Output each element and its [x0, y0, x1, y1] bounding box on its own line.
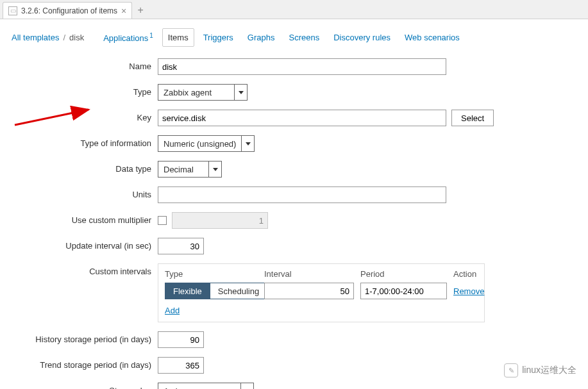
units-input[interactable]	[158, 186, 446, 203]
item-form: Name Type Zabbix agent Key Select Type o…	[23, 58, 461, 389]
tab-graphs[interactable]: Graphs	[242, 29, 280, 46]
toggle-scheduling[interactable]: Scheduling	[210, 283, 267, 299]
chevron-down-icon	[241, 136, 254, 151]
custom-intervals-box: Type Interval Period Action Flexible Sch…	[158, 263, 485, 322]
breadcrumb-all-templates[interactable]: All templates	[12, 33, 59, 42]
data-type-label: Data type	[23, 161, 151, 174]
tab-triggers[interactable]: Triggers	[198, 29, 239, 46]
trend-input[interactable]	[158, 357, 204, 374]
period-input[interactable]	[360, 283, 447, 299]
multiplier-input	[172, 212, 268, 229]
custom-intervals-label: Custom intervals	[23, 263, 151, 276]
nav-tabs-row: All templates / disk Applications1 Items…	[12, 28, 576, 47]
store-value-label: Store value	[23, 383, 151, 389]
wechat-icon: ✎	[504, 363, 518, 377]
store-value-select[interactable]: As is	[158, 383, 254, 389]
col-period: Period	[360, 269, 453, 279]
select-button[interactable]: Select	[451, 110, 494, 126]
trend-label: Trend storage period (in days)	[23, 357, 151, 370]
history-label: History storage period (in days)	[23, 331, 151, 344]
type-label: Type	[23, 84, 151, 97]
update-interval-input[interactable]	[158, 238, 204, 254]
data-type-select[interactable]: Decimal	[158, 161, 222, 178]
tab-title: 3.2.6: Configuration of items	[21, 6, 117, 15]
tab-items[interactable]: Items	[162, 28, 194, 47]
remove-link[interactable]: Remove	[453, 286, 484, 296]
chevron-down-icon	[208, 161, 221, 177]
name-input[interactable]	[158, 58, 446, 75]
col-type: Type	[165, 269, 264, 279]
multiplier-checkbox[interactable]	[158, 216, 167, 225]
toggle-flexible[interactable]: Flexible	[165, 283, 210, 299]
new-tab-button[interactable]: +	[132, 2, 149, 19]
tab-screens[interactable]: Screens	[283, 29, 324, 46]
breadcrumb-sep: /	[63, 33, 65, 42]
multiplier-label: Use custom multiplier	[23, 212, 151, 225]
col-interval: Interval	[264, 269, 360, 279]
info-type-label: Type of information	[23, 135, 151, 148]
chevron-down-icon	[240, 383, 253, 389]
tab-web-scenarios[interactable]: Web scenarios	[399, 29, 465, 46]
info-type-select[interactable]: Numeric (unsigned)	[158, 135, 255, 152]
tab-applications[interactable]: Applications1	[98, 28, 158, 47]
history-input[interactable]	[158, 331, 204, 348]
watermark: ✎ linux运维大全	[504, 363, 576, 377]
tab-discovery[interactable]: Discovery rules	[328, 29, 396, 46]
name-label: Name	[23, 58, 151, 71]
page-icon: ▭	[8, 6, 17, 15]
key-label: Key	[23, 110, 151, 122]
key-input[interactable]	[158, 110, 446, 126]
add-interval-link[interactable]: Add	[165, 306, 180, 315]
interval-value-input[interactable]	[264, 283, 354, 299]
type-select[interactable]: Zabbix agent	[158, 84, 248, 101]
units-label: Units	[23, 186, 151, 199]
update-interval-label: Update interval (in sec)	[23, 238, 151, 251]
col-action: Action	[453, 269, 492, 279]
browser-tab-active[interactable]: ▭ 3.2.6: Configuration of items ×	[3, 2, 132, 19]
interval-type-toggle: Flexible Scheduling	[165, 283, 264, 299]
breadcrumb-current: disk	[69, 33, 84, 42]
close-icon[interactable]: ×	[121, 6, 126, 16]
browser-tab-strip: ▭ 3.2.6: Configuration of items × +	[0, 0, 588, 19]
chevron-down-icon	[234, 85, 247, 100]
